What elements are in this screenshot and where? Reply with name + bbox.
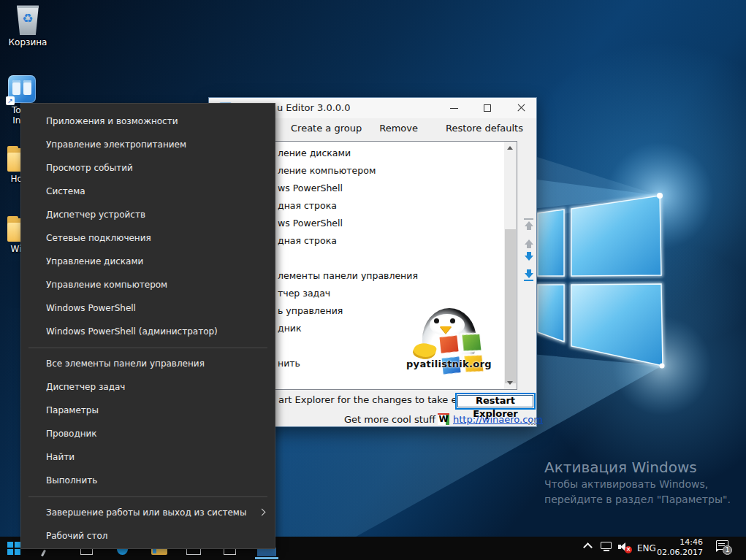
taskbar-taskview-sliver[interactable] <box>80 548 93 555</box>
menu-item-powershell[interactable]: Windows PowerShell <box>21 296 275 320</box>
menu-item-shutdown-signout[interactable]: Завершение работы или выход из системы <box>21 501 275 524</box>
taskbar-store-sliver[interactable] <box>186 549 201 555</box>
move-down-button[interactable] <box>522 250 536 264</box>
winaero-logo-icon: W <box>438 413 449 425</box>
taskbar-explorer-sliver[interactable] <box>151 548 167 555</box>
menu-item-device-manager[interactable]: Диспетчер устройств <box>21 203 275 226</box>
menu-item-powershell-admin[interactable]: Windows PowerShell (администратор) <box>21 320 275 343</box>
menu-item-system[interactable]: Система <box>21 180 275 203</box>
window-title: u Editor 3.0.0.0 <box>277 98 350 118</box>
activation-watermark: Активация Windows Чтобы активировать Win… <box>544 458 731 507</box>
start-button[interactable] <box>7 542 21 556</box>
menu-item-power-options[interactable]: Управление электропитанием <box>21 133 275 156</box>
menu-item-network-connections[interactable]: Сетевые подключения <box>21 226 275 250</box>
remove-button[interactable]: Remove <box>376 121 422 135</box>
tray-time: 14:46 <box>656 537 703 548</box>
pyatilistnik-watermark: pyatilistnik.org <box>406 304 494 383</box>
submenu-arrow-icon <box>259 509 266 516</box>
minimize-icon <box>450 108 458 109</box>
scrollbar-thumb[interactable] <box>505 229 516 383</box>
menu-item-search[interactable]: Найти <box>21 445 275 469</box>
menu-item-disk-management[interactable]: Управление дисками <box>21 250 275 273</box>
restart-explorer-button[interactable]: Restart Explorer <box>455 393 536 410</box>
winaero-link[interactable]: http://winaero.com <box>453 414 543 425</box>
desktop-screen: Активация Windows Чтобы активировать Win… <box>0 0 746 560</box>
move-up-icon <box>522 237 536 250</box>
activation-title: Активация Windows <box>544 458 731 477</box>
icon-label: Корзина <box>7 37 48 47</box>
menu-separator <box>28 348 267 348</box>
shortcut-arrow-icon: ↗ <box>6 96 15 105</box>
total-commander-icon: ↗ <box>8 75 36 103</box>
scroll-down-icon <box>507 381 513 385</box>
taskbar-app-sliver[interactable] <box>224 549 236 555</box>
move-to-bottom-icon <box>522 268 536 281</box>
menu-item-run[interactable]: Выполнить <box>21 469 275 492</box>
recycle-bin-icon: ♻ <box>15 4 40 35</box>
desktop-icon-recycle-bin[interactable]: ♻ Корзина <box>7 4 48 47</box>
resize-grip[interactable] <box>528 418 530 419</box>
move-to-top-icon <box>522 218 536 231</box>
menu-item-file-explorer[interactable]: Проводник <box>21 422 275 445</box>
move-down-icon <box>522 250 536 264</box>
mute-badge: × <box>625 546 632 553</box>
restore-defaults-button[interactable]: Restore defaults <box>442 121 527 135</box>
minimize-button[interactable] <box>437 98 471 118</box>
move-to-top-button[interactable] <box>522 218 536 231</box>
watermark-caption: pyatilistnik.org <box>406 358 491 369</box>
menu-item-computer-management[interactable]: Управление компьютером <box>21 273 275 296</box>
tray-clock[interactable]: 14:46 02.06.2017 <box>656 537 703 558</box>
activation-line2: перейдите в раздел "Параметры". <box>544 492 731 507</box>
menu-item-task-manager[interactable]: Диспетчер задач <box>21 375 275 399</box>
menu-item-apps-features[interactable]: Приложения и возможности <box>21 110 275 133</box>
winx-menu: Приложения и возможности Управление элек… <box>20 103 275 549</box>
taskbar-active-underline <box>255 557 278 559</box>
footer-text: Get more cool stuff at <box>344 414 448 425</box>
menu-item-settings[interactable]: Параметры <box>21 399 275 422</box>
vertical-scrollbar[interactable] <box>504 142 517 389</box>
scroll-down-button[interactable] <box>504 377 517 389</box>
tray-date: 02.06.2017 <box>656 548 703 558</box>
taskbar-search-sliver[interactable] <box>41 550 46 556</box>
create-group-button[interactable]: Create a group <box>287 121 365 135</box>
menu-separator <box>28 496 267 497</box>
language-indicator[interactable]: ENG <box>637 543 656 553</box>
close-button[interactable] <box>504 98 538 118</box>
menu-item-event-viewer[interactable]: Просмотр событий <box>21 156 275 180</box>
windows-flag-icon <box>438 328 487 380</box>
maximize-button[interactable] <box>471 98 504 118</box>
windows-logo-icon <box>7 542 13 548</box>
restart-hint-text: art Explorer for the changes to take eff… <box>278 394 482 405</box>
move-up-button[interactable] <box>522 237 536 250</box>
scroll-up-button[interactable] <box>504 142 517 154</box>
menu-item-control-panel-items[interactable]: Все элементы панели управления <box>21 352 275 375</box>
notification-badge: 1 <box>723 545 732 555</box>
maximize-icon <box>484 104 491 112</box>
volume-muted-icon[interactable]: × <box>618 542 631 552</box>
menu-item-desktop[interactable]: Рабочий стол <box>21 524 275 548</box>
network-icon[interactable] <box>600 541 613 551</box>
activation-line1: Чтобы активировать Windows, <box>544 477 731 492</box>
move-to-bottom-button[interactable] <box>522 268 536 281</box>
scroll-up-icon <box>507 146 513 150</box>
